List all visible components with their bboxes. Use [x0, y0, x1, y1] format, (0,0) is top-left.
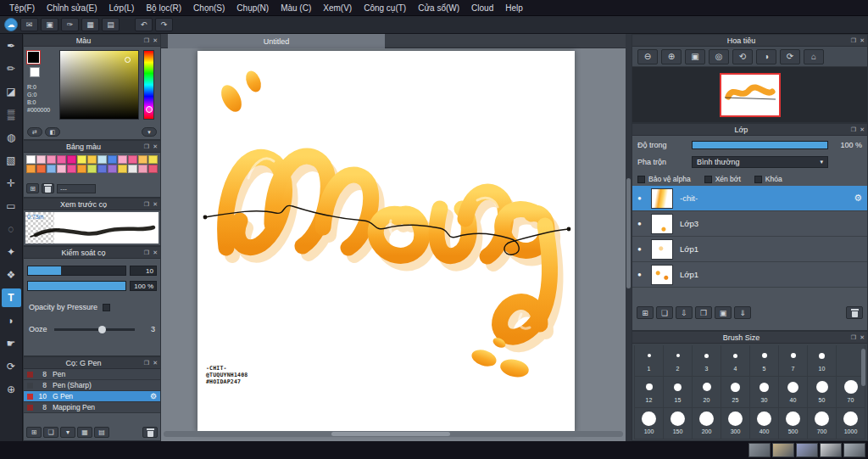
- zoom-in-icon[interactable]: ⊕: [661, 49, 682, 64]
- brush-size-50[interactable]: 50: [808, 377, 837, 408]
- palette-swatch[interactable]: [148, 155, 158, 164]
- menu-item-0[interactable]: Tệp(F): [3, 2, 41, 14]
- material-thumbnail-2[interactable]: [796, 443, 818, 457]
- brush-item[interactable]: 10G Pen⚙: [24, 391, 160, 402]
- brush-size-300[interactable]: 300: [721, 408, 750, 439]
- palette-swatch[interactable]: [77, 165, 86, 173]
- palette-swatch[interactable]: [47, 165, 56, 173]
- float-panel-icon[interactable]: ❐: [851, 334, 856, 341]
- close-panel-icon[interactable]: ✕: [860, 37, 865, 44]
- float-panel-icon[interactable]: ❐: [144, 201, 149, 208]
- add-brush-icon[interactable]: ⊞: [26, 427, 42, 438]
- document-tab[interactable]: Untitled: [168, 34, 385, 48]
- float-panel-icon[interactable]: ❐: [851, 126, 856, 133]
- delete-layer-icon[interactable]: [846, 306, 863, 319]
- new-layer-icon[interactable]: ⊞: [637, 306, 654, 319]
- palette-swatch[interactable]: [97, 155, 107, 164]
- close-panel-icon[interactable]: ✕: [153, 249, 158, 256]
- menu-item-7[interactable]: Xem(V): [317, 2, 358, 14]
- grid-view-icon[interactable]: ▦: [81, 18, 99, 31]
- menu-item-10[interactable]: Cloud: [465, 2, 499, 14]
- material-thumbnail-3[interactable]: [820, 443, 842, 457]
- close-panel-icon[interactable]: ✕: [153, 143, 158, 150]
- brush-size-3[interactable]: 3: [693, 345, 721, 377]
- lasso-tool[interactable]: ◌: [2, 220, 21, 238]
- material-thumbnail-4[interactable]: [843, 443, 865, 457]
- float-panel-icon[interactable]: ❐: [144, 249, 149, 256]
- layer-visibility-icon[interactable]: ●: [637, 194, 651, 202]
- brush-size-40[interactable]: 40: [779, 377, 808, 408]
- rotate-left-icon[interactable]: ⟲: [732, 49, 753, 64]
- brush-settings-icon[interactable]: ⚙: [150, 392, 157, 400]
- palette-swatch[interactable]: [57, 165, 66, 173]
- opacity-by-pressure-checkbox[interactable]: [103, 304, 110, 311]
- brush-menu-icon[interactable]: ▾: [60, 427, 75, 438]
- zoom-out-icon[interactable]: ⊖: [637, 49, 658, 64]
- comment-icon[interactable]: ✉: [20, 18, 38, 31]
- foreground-color-swatch[interactable]: [27, 51, 40, 64]
- brush-size-10[interactable]: 10: [808, 345, 837, 377]
- brush-item[interactable]: 8Mapping Pen: [24, 402, 160, 413]
- hue-slider[interactable]: [143, 50, 154, 120]
- brush-size-20[interactable]: 20: [693, 377, 721, 408]
- brush-size-slider[interactable]: [27, 266, 126, 276]
- ooze-slider-knob[interactable]: [98, 326, 106, 333]
- vertical-scrollbar[interactable]: [626, 34, 632, 441]
- menu-item-2[interactable]: Lớp(L): [103, 2, 141, 14]
- rotate-view-tool[interactable]: ⟳: [2, 357, 21, 376]
- menu-item-6[interactable]: Màu (C): [275, 2, 317, 14]
- brush-size-7[interactable]: 7: [779, 345, 808, 377]
- menu-item-11[interactable]: Help: [499, 2, 529, 14]
- palette-preset-select[interactable]: ---: [57, 184, 96, 193]
- layer-row-1[interactable]: ●Lớp3: [632, 211, 867, 237]
- brush-size-value[interactable]: 10: [130, 266, 157, 276]
- color-menu-button[interactable]: ▾: [142, 127, 157, 137]
- clipping-checkbox[interactable]: [704, 176, 712, 183]
- menu-item-4[interactable]: Chọn(S): [187, 2, 231, 14]
- brush-size-4[interactable]: 4: [721, 345, 750, 377]
- layer-visibility-icon[interactable]: ●: [637, 220, 651, 227]
- brush-grid-view-icon[interactable]: ▦: [77, 427, 92, 438]
- horizontal-scrollbar[interactable]: [164, 431, 623, 437]
- canvas[interactable]: -CHIT- @TUQUYNH1408 #HOIDAP247: [198, 51, 575, 433]
- layer-row-3[interactable]: ●Lớp1: [632, 262, 867, 288]
- brush-size-200[interactable]: 200: [693, 408, 721, 439]
- saturation-value-picker[interactable]: [59, 50, 139, 120]
- brush-opacity-slider[interactable]: [27, 281, 126, 291]
- float-panel-icon[interactable]: ❐: [851, 37, 856, 44]
- shape-tool[interactable]: ❖: [2, 266, 21, 284]
- brush-size-12[interactable]: 12: [635, 377, 664, 408]
- palette-swatch[interactable]: [26, 165, 36, 173]
- brush-size-400[interactable]: 400: [750, 408, 779, 439]
- palette-swatch[interactable]: [57, 155, 66, 164]
- palette-swatch[interactable]: [138, 155, 147, 164]
- brush-opacity-value[interactable]: 100 %: [130, 281, 157, 291]
- palette-swatch[interactable]: [36, 165, 46, 173]
- menu-item-9[interactable]: Cửa sổ(W): [412, 2, 465, 14]
- layer-down-icon[interactable]: ⇩: [676, 306, 693, 319]
- zoom-tool[interactable]: ⊕: [2, 380, 21, 399]
- brush-size-2[interactable]: 2: [664, 345, 693, 377]
- undo-icon[interactable]: ↶: [135, 18, 153, 31]
- brush-size-25[interactable]: 25: [721, 377, 750, 408]
- pen-tool[interactable]: ✒: [2, 36, 21, 55]
- palette-swatch[interactable]: [87, 165, 97, 173]
- redo-icon[interactable]: ↷: [155, 18, 173, 31]
- lock-checkbox[interactable]: [754, 176, 762, 183]
- palette-swatch[interactable]: [97, 165, 107, 173]
- palette-swatch[interactable]: [67, 165, 76, 173]
- palette-swatch[interactable]: [118, 155, 127, 164]
- ooze-slider[interactable]: [54, 328, 135, 331]
- swap-colors-button[interactable]: ⇄: [27, 127, 42, 137]
- layer-material-icon[interactable]: ▣: [715, 306, 732, 319]
- close-panel-icon[interactable]: ✕: [153, 360, 158, 367]
- select-tool[interactable]: ▭: [2, 197, 21, 216]
- layer-opacity-slider[interactable]: [692, 141, 828, 149]
- airbrush-tool[interactable]: ▒: [2, 105, 21, 124]
- horizontal-scrollbar-thumb[interactable]: [331, 432, 450, 436]
- menu-item-3[interactable]: Bộ lọc(R): [140, 2, 187, 14]
- brush-size-100[interactable]: 100: [635, 408, 664, 439]
- menu-item-5[interactable]: Chụp(N): [231, 2, 275, 14]
- reset-view-icon[interactable]: ⌂: [804, 49, 824, 64]
- protect-alpha-checkbox[interactable]: [637, 176, 645, 183]
